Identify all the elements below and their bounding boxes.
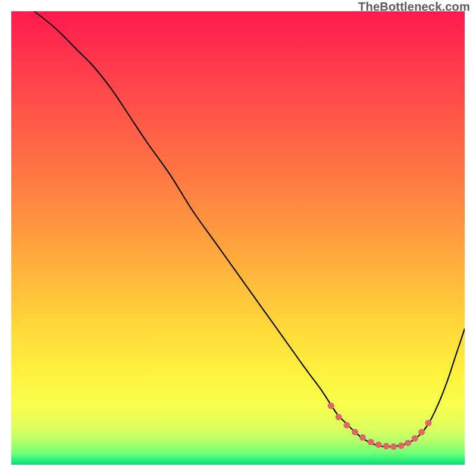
marker-dot — [383, 443, 390, 449]
marker-dot — [398, 443, 405, 449]
marker-dot — [368, 439, 374, 445]
marker-dot — [352, 429, 358, 436]
marker-dot — [328, 402, 334, 409]
marker-dot — [390, 443, 397, 450]
marker-dot — [343, 422, 350, 428]
optimal-zone-markers — [328, 402, 432, 450]
chart-svg — [11, 11, 465, 465]
plot-area — [11, 11, 465, 465]
bottleneck-curve — [11, 11, 465, 447]
attribution-label: TheBottleneck.com — [358, 0, 470, 14]
marker-dot — [418, 429, 425, 436]
marker-dot — [336, 414, 342, 421]
marker-dot — [375, 441, 382, 448]
chart-stage: TheBottleneck.com — [0, 0, 476, 476]
marker-dot — [359, 434, 366, 441]
marker-dot — [425, 419, 432, 426]
marker-dot — [412, 435, 418, 441]
marker-dot — [405, 440, 411, 446]
